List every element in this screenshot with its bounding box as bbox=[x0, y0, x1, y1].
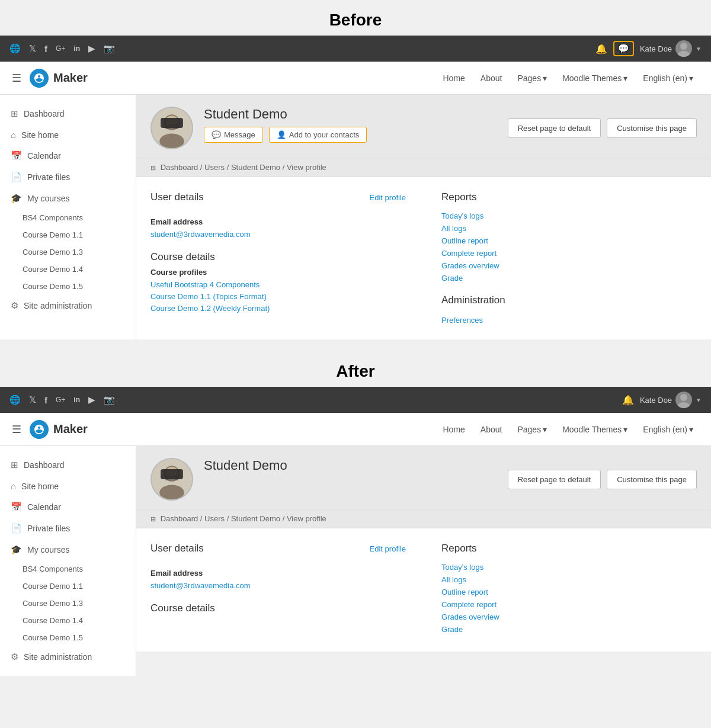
nav-english[interactable]: English (en) ▾ bbox=[637, 70, 699, 86]
outline-report-link-after[interactable]: Outline report bbox=[441, 588, 697, 596]
user-caret-after[interactable]: ▼ bbox=[696, 397, 702, 403]
sidebar-item-site-home-after[interactable]: ⌂ Site home bbox=[0, 476, 136, 496]
outline-report-link[interactable]: Outline report bbox=[441, 236, 697, 245]
breadcrumb-dashboard-after[interactable]: Dashboard bbox=[161, 514, 198, 523]
message-button-before[interactable]: 💬 Message bbox=[204, 127, 263, 143]
email-link-after[interactable]: student@3rdwavemedia.com bbox=[150, 581, 251, 590]
globe-icon[interactable]: 🌐 bbox=[9, 43, 21, 54]
youtube-icon[interactable]: ▶ bbox=[88, 43, 95, 54]
facebook-icon-after[interactable]: f bbox=[44, 395, 47, 405]
linkedin-icon[interactable]: in bbox=[73, 44, 80, 53]
email-value-after: student@3rdwavemedia.com bbox=[150, 580, 406, 591]
sidebar-item-private-files[interactable]: 📄 Private files bbox=[0, 166, 136, 188]
nav-moodle-themes-after[interactable]: Moodle Themes ▾ bbox=[556, 421, 633, 438]
moodle-caret-icon-after: ▾ bbox=[623, 425, 627, 434]
sidebar-sub-course14-after[interactable]: Course Demo 1.4 bbox=[0, 612, 136, 629]
avatar[interactable] bbox=[675, 40, 692, 57]
nav-home-after[interactable]: Home bbox=[437, 421, 471, 438]
breadcrumb-student-demo-after[interactable]: Student Demo bbox=[231, 514, 280, 523]
sidebar-item-site-home[interactable]: ⌂ Site home bbox=[0, 124, 136, 145]
breadcrumb-dashboard[interactable]: Dashboard bbox=[161, 163, 198, 172]
left-col-after: User details Edit profile Email address … bbox=[150, 543, 406, 637]
grade-link[interactable]: Grade bbox=[441, 274, 697, 283]
instagram-icon[interactable]: 📷 bbox=[104, 43, 115, 54]
edit-profile-link-after[interactable]: Edit profile bbox=[370, 544, 406, 553]
sidebar-sub-course11[interactable]: Course Demo 1.1 bbox=[0, 226, 136, 243]
course-profiles-label: Course profiles bbox=[150, 268, 406, 277]
breadcrumb-users-after[interactable]: Users bbox=[204, 514, 225, 523]
sidebar-before: ⊞ Dashboard ⌂ Site home 📅 Calendar 📄 Pri… bbox=[0, 95, 136, 339]
facebook-icon[interactable]: f bbox=[44, 44, 47, 54]
sidebar-sub-course13-after[interactable]: Course Demo 1.3 bbox=[0, 595, 136, 612]
twitter-icon[interactable]: 𝕏 bbox=[29, 43, 36, 54]
customise-page-button[interactable]: Customise this page bbox=[607, 118, 697, 138]
course-link-2[interactable]: Course Demo 1.1 (Topics Format) bbox=[150, 292, 406, 301]
sidebar-sub-course13[interactable]: Course Demo 1.3 bbox=[0, 243, 136, 261]
linkedin-icon-after[interactable]: in bbox=[73, 396, 80, 404]
course-link-1[interactable]: Useful Bootstrap 4 Components bbox=[150, 280, 406, 289]
message-icon-button[interactable]: 💬 bbox=[613, 41, 634, 56]
sidebar-sub-course14[interactable]: Course Demo 1.4 bbox=[0, 261, 136, 278]
contacts-button-before[interactable]: 👤 Add to your contacts bbox=[269, 127, 367, 143]
all-logs-link[interactable]: All logs bbox=[441, 224, 697, 233]
grades-overview-link[interactable]: Grades overview bbox=[441, 261, 697, 270]
avatar-after[interactable] bbox=[675, 392, 692, 408]
sidebar-sub-bs4[interactable]: BS4 Components bbox=[0, 209, 136, 226]
customise-page-button-after[interactable]: Customise this page bbox=[607, 470, 697, 489]
nav-pages[interactable]: Pages ▾ bbox=[511, 70, 553, 86]
preferences-link-before[interactable]: Preferences bbox=[441, 316, 483, 325]
nav-about[interactable]: About bbox=[475, 70, 508, 86]
sidebar-item-site-admin-after[interactable]: ⚙ Site administration bbox=[0, 646, 136, 668]
grades-overview-link-after[interactable]: Grades overview bbox=[441, 612, 697, 621]
reset-page-button[interactable]: Reset page to default bbox=[508, 118, 601, 138]
google-plus-icon-after[interactable]: G+ bbox=[56, 396, 65, 404]
hamburger-icon[interactable]: ☰ bbox=[12, 72, 21, 85]
email-label: Email address bbox=[150, 217, 406, 226]
complete-report-link-after[interactable]: Complete report bbox=[441, 600, 697, 609]
bell-icon-after[interactable]: 🔔 bbox=[622, 395, 634, 406]
nav-pages-after[interactable]: Pages ▾ bbox=[511, 421, 553, 438]
nav-english-after[interactable]: English (en) ▾ bbox=[637, 421, 699, 438]
sidebar-item-my-courses[interactable]: 🎓 My courses bbox=[0, 188, 136, 209]
nav-home[interactable]: Home bbox=[437, 70, 471, 86]
right-col-after: Reports Today's logs All logs Outline re… bbox=[441, 543, 697, 637]
reset-page-button-after[interactable]: Reset page to default bbox=[508, 470, 601, 489]
email-link[interactable]: student@3rdwavemedia.com bbox=[150, 230, 251, 239]
sidebar-item-calendar[interactable]: 📅 Calendar bbox=[0, 145, 136, 166]
sidebar-sub-bs4-after[interactable]: BS4 Components bbox=[0, 560, 136, 578]
sidebar-sub-course15[interactable]: Course Demo 1.5 bbox=[0, 278, 136, 295]
sidebar-item-dashboard[interactable]: ⊞ Dashboard bbox=[0, 103, 136, 124]
sidebar-item-calendar-after[interactable]: 📅 Calendar bbox=[0, 496, 136, 518]
hamburger-icon-after[interactable]: ☰ bbox=[12, 423, 21, 436]
grade-link-after[interactable]: Grade bbox=[441, 625, 697, 634]
breadcrumb-student-demo[interactable]: Student Demo bbox=[231, 163, 280, 172]
nav-moodle-themes[interactable]: Moodle Themes ▾ bbox=[556, 70, 633, 86]
all-logs-link-after[interactable]: All logs bbox=[441, 575, 697, 584]
logo[interactable]: Maker bbox=[30, 69, 88, 88]
nav-about-after[interactable]: About bbox=[475, 421, 508, 438]
breadcrumb-users[interactable]: Users bbox=[204, 163, 225, 172]
top-bar-after: 🌐 𝕏 f G+ in ▶ 📷 🔔 Kate Doe ▼ bbox=[0, 387, 711, 413]
sidebar-item-site-admin[interactable]: ⚙ Site administration bbox=[0, 295, 136, 316]
instagram-icon-after[interactable]: 📷 bbox=[104, 395, 115, 405]
google-plus-icon[interactable]: G+ bbox=[56, 44, 65, 53]
todays-logs-link[interactable]: Today's logs bbox=[441, 211, 697, 220]
user-caret[interactable]: ▼ bbox=[696, 46, 702, 52]
bell-icon[interactable]: 🔔 bbox=[595, 43, 607, 54]
sidebar-item-my-courses-after[interactable]: 🎓 My courses bbox=[0, 539, 136, 560]
sidebar-item-private-files-after[interactable]: 📄 Private files bbox=[0, 518, 136, 539]
sidebar-item-dashboard-after[interactable]: ⊞ Dashboard bbox=[0, 454, 136, 476]
sidebar-sub-course15-after[interactable]: Course Demo 1.5 bbox=[0, 629, 136, 646]
twitter-icon-after[interactable]: 𝕏 bbox=[29, 395, 36, 405]
globe-icon-after[interactable]: 🌐 bbox=[9, 395, 21, 405]
course-link-3[interactable]: Course Demo 1.2 (Weekly Format) bbox=[150, 304, 406, 313]
sidebar-sub-course11-after[interactable]: Course Demo 1.1 bbox=[0, 578, 136, 595]
complete-report-link[interactable]: Complete report bbox=[441, 249, 697, 258]
logo-after[interactable]: Maker bbox=[30, 420, 88, 439]
moodle-caret-icon: ▾ bbox=[623, 73, 627, 83]
logo-text-after: Maker bbox=[53, 422, 88, 436]
todays-logs-link-after[interactable]: Today's logs bbox=[441, 563, 697, 572]
content-grid-before: User details Edit profile Email address … bbox=[150, 191, 697, 325]
edit-profile-link[interactable]: Edit profile bbox=[370, 193, 406, 202]
youtube-icon-after[interactable]: ▶ bbox=[88, 395, 95, 405]
